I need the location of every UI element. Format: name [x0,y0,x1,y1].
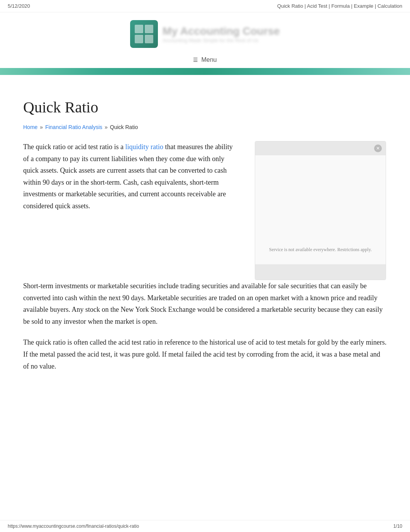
logo-subtitle: Accounting Made Simple for the Rest of U… [163,37,280,43]
green-banner [0,68,410,75]
bottom-bar: https://www.myaccountingcourse.com/finan… [0,520,410,532]
paragraph-3: The quick ratio is often called the acid… [23,337,387,372]
ad-footer [255,264,386,280]
menu-icon: ☰ [193,57,198,63]
top-bar-title: Quick Ratio | Acid Test | Formula | Exam… [277,3,402,9]
breadcrumb-home[interactable]: Home [23,124,37,130]
main-text: The quick ratio or acid test ratio is a … [23,141,239,221]
breadcrumb: Home » Financial Ratio Analysis » Quick … [23,124,387,130]
ad-close-button[interactable]: ✕ [374,144,382,152]
paragraph-1: The quick ratio or acid test ratio is a … [23,141,239,212]
header: My Accounting Course Accounting Made Sim… [0,12,410,52]
page-title: Quick Ratio [23,98,387,116]
logo-icon [130,20,158,48]
logo-icon-inner [135,25,153,43]
menu-label[interactable]: Menu [201,56,217,63]
ad-header: ✕ [255,141,386,155]
paragraph-2: Short-term investments or marketable sec… [23,280,387,327]
content-area: The quick ratio or acid test ratio is a … [23,141,387,280]
logo-container: My Accounting Course Accounting Made Sim… [130,20,280,48]
top-bar: 5/12/2020 Quick Ratio | Acid Test | Form… [0,0,410,12]
p1-after-link: that measures the ability of a company t… [23,143,233,210]
liquidity-ratio-link[interactable]: liquidity ratio [125,143,163,151]
breadcrumb-sep2: » [105,124,108,130]
ad-body: Service is not available everywhere. Res… [255,155,386,264]
p1-before-link: The quick ratio or acid test ratio is a [23,143,125,151]
breadcrumb-financial-ratio[interactable]: Financial Ratio Analysis [45,124,102,130]
top-bar-date: 5/12/2020 [8,3,30,9]
bottom-url: https://www.myaccountingcourse.com/finan… [8,524,139,529]
ad-notice: Service is not available everywhere. Res… [265,243,376,257]
full-width-text: Short-term investments or marketable sec… [23,280,387,372]
sidebar-ad: ✕ Service is not available everywhere. R… [255,141,386,280]
logo-text: My Accounting Course Accounting Made Sim… [163,25,280,43]
breadcrumb-sep1: » [40,124,43,130]
logo-title: My Accounting Course [163,25,280,37]
nav-bar[interactable]: ☰ Menu [0,52,410,68]
breadcrumb-current: Quick Ratio [110,124,138,130]
bottom-page-number: 1/10 [393,524,402,529]
main-content: Quick Ratio Home » Financial Ratio Analy… [0,90,410,397]
